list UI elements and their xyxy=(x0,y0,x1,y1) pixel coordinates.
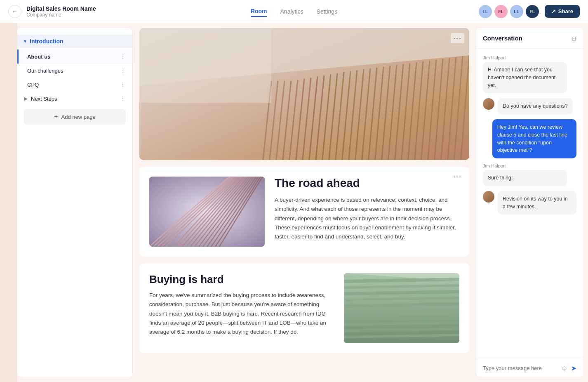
avatar-1[interactable]: LL xyxy=(479,5,492,18)
chevron-down-icon: ▾ xyxy=(24,38,26,44)
buying-hard-title: Buying is hard xyxy=(149,273,334,286)
buying-hard-body: For years, we've summarized the buying p… xyxy=(149,291,334,337)
buying-hard-content: Buying is hard For years, we've summariz… xyxy=(139,263,469,353)
hero-card: ··· xyxy=(139,28,469,160)
conversation-messages: Jim Halpert Hi Amber! I can see that you… xyxy=(476,49,583,359)
sidebar-section-next-steps[interactable]: ▶ Next Steps ⋮ xyxy=(17,92,132,106)
message-5-wrapper: Revision on its way to you in a few minu… xyxy=(483,191,576,215)
buying-hard-text-col: Buying is hard For years, we've summariz… xyxy=(149,273,334,337)
share-icon: ↗ xyxy=(551,8,556,14)
conversation-header: Conversation ⊡ xyxy=(476,28,583,49)
chevron-right-icon: ▶ xyxy=(24,96,28,101)
add-page-button[interactable]: + Add new page xyxy=(24,109,126,125)
buying-hard-card: Buying is hard For years, we've summariz… xyxy=(139,263,469,353)
road-ahead-text: The road ahead A buyer-driven experience… xyxy=(265,177,459,247)
topbar-left: ← Digital Sales Room Name Company name xyxy=(8,5,96,18)
room-title: Digital Sales Room Name xyxy=(26,5,96,12)
message-bubble-3: Hey Jim! Yes, can we review clause 5 and… xyxy=(492,119,576,158)
avatar-jim-2 xyxy=(483,191,494,203)
sidebar-introduction-label: Introduction xyxy=(30,38,64,45)
company-name: Company name xyxy=(26,12,96,18)
next-steps-label: Next Steps xyxy=(31,96,57,102)
message-4: Jim Halpert Sure thing! xyxy=(483,163,576,186)
add-page-label: Add new page xyxy=(61,114,96,120)
tab-analytics[interactable]: Analytics xyxy=(280,7,303,17)
message-bubble-4: Sure thing! xyxy=(483,170,567,186)
sidebar-item-challenges-label: Our challenges xyxy=(27,68,63,74)
expand-panel-icon[interactable]: ⊡ xyxy=(572,35,576,42)
avatar-2[interactable]: FL xyxy=(494,5,508,18)
conversation-panel: Conversation ⊡ Jim Halpert Hi Amber! I c… xyxy=(476,28,583,377)
main-content: ··· ··· xyxy=(133,23,476,382)
avatar-inner-2 xyxy=(483,191,494,203)
tab-room[interactable]: Room xyxy=(251,6,267,17)
sender-name-4: Jim Halpert xyxy=(483,163,576,168)
about-us-menu-icon[interactable]: ⋮ xyxy=(120,53,126,60)
road-ahead-body: A buyer-driven experience is based on re… xyxy=(275,196,459,241)
message-bubble-1: Hi Amber! I can see that you haven't ope… xyxy=(483,62,567,93)
next-steps-menu-icon[interactable]: ⋮ xyxy=(120,95,126,102)
message-bubble-5: Revision on its way to you in a few minu… xyxy=(498,191,576,215)
room-info: Digital Sales Room Name Company name xyxy=(26,5,96,18)
conversation-input-area: ☺ ➤ xyxy=(476,359,583,377)
sidebar: ▾ Introduction About us ⋮ Our challenges… xyxy=(17,28,133,377)
road-ahead-content: ··· xyxy=(139,167,469,257)
message-3: Hey Jim! Yes, can we review clause 5 and… xyxy=(483,119,576,158)
back-button[interactable]: ← xyxy=(8,5,21,18)
road-ahead-card: ··· xyxy=(139,167,469,257)
road-ahead-menu[interactable]: ··· xyxy=(451,172,464,182)
emoji-button[interactable]: ☺ xyxy=(561,365,568,372)
sender-name-1: Jim Halpert xyxy=(483,55,576,60)
topbar: ← Digital Sales Room Name Company name R… xyxy=(0,0,588,23)
message-input[interactable] xyxy=(483,365,558,371)
nav-tabs: Room Analytics Settings xyxy=(251,6,337,17)
challenges-menu-icon[interactable]: ⋮ xyxy=(120,67,126,74)
plus-icon: + xyxy=(54,113,58,120)
share-button[interactable]: ↗ Share xyxy=(545,5,580,18)
message-1: Jim Halpert Hi Amber! I can see that you… xyxy=(483,55,576,93)
svg-rect-36 xyxy=(139,28,271,103)
cpq-menu-icon[interactable]: ⋮ xyxy=(120,81,126,88)
avatar-4[interactable]: FL xyxy=(526,5,539,18)
road-ahead-image xyxy=(149,177,265,247)
avatar-inner xyxy=(483,98,494,110)
avatar-jim xyxy=(483,98,494,110)
send-button[interactable]: ➤ xyxy=(571,364,576,372)
sidebar-item-cpq-label: CPQ xyxy=(27,82,39,88)
left-decorative-bg xyxy=(0,23,17,382)
sidebar-item-cpq[interactable]: CPQ ⋮ xyxy=(17,78,132,92)
topbar-right: LL FL LL FL ↗ Share xyxy=(479,5,580,18)
sidebar-item-about-us-label: About us xyxy=(27,54,50,60)
svg-marker-51 xyxy=(344,273,459,343)
road-ahead-title: The road ahead xyxy=(275,177,459,190)
sidebar-item-challenges[interactable]: Our challenges ⋮ xyxy=(17,64,132,78)
sidebar-item-about-us[interactable]: About us ⋮ xyxy=(17,50,132,64)
message-bubble-2: Do you have any questions? xyxy=(498,98,573,114)
main-layout: ▾ Introduction About us ⋮ Our challenges… xyxy=(0,23,588,382)
avatar-3[interactable]: LL xyxy=(510,5,523,18)
hero-card-menu[interactable]: ··· xyxy=(451,33,464,43)
sidebar-section-introduction[interactable]: ▾ Introduction xyxy=(17,35,132,48)
tab-settings[interactable]: Settings xyxy=(317,7,338,17)
conversation-title: Conversation xyxy=(483,35,522,42)
message-2-wrapper: Do you have any questions? xyxy=(483,98,576,114)
buying-hard-image xyxy=(344,273,459,343)
hero-image: ··· xyxy=(139,28,469,160)
